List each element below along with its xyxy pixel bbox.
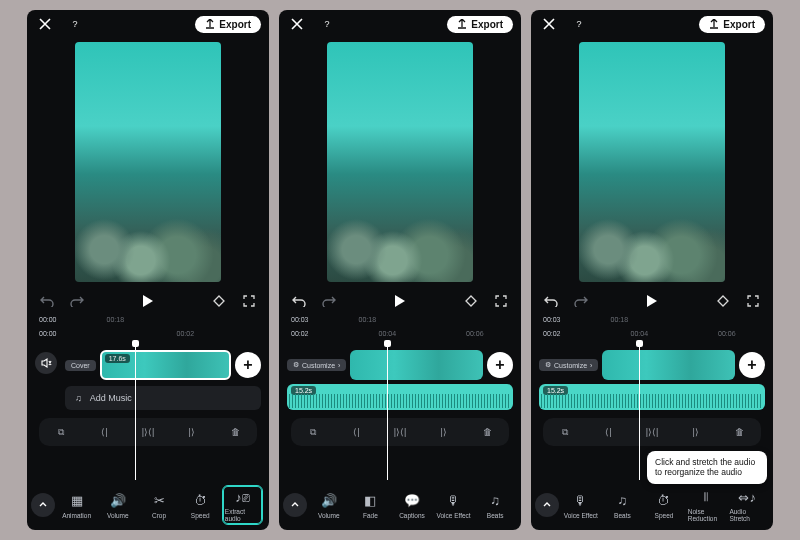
dock-crop[interactable]: ✂Crop	[139, 490, 178, 521]
dock-speed[interactable]: ⏱Speed	[181, 490, 220, 521]
export-button[interactable]: Export	[699, 16, 765, 33]
copy-icon[interactable]: ⧉	[303, 427, 323, 438]
edit-toolbar: ⧉ ⟨| |⟩⟨| |⟩ 🗑	[543, 418, 761, 446]
top-bar: ? Export	[531, 10, 773, 38]
crop-icon: ✂	[150, 492, 168, 510]
playhead[interactable]	[387, 344, 388, 480]
keyframe-icon[interactable]	[713, 291, 733, 311]
expand-dock-button[interactable]	[535, 493, 559, 517]
dock-volume[interactable]: 🔊Volume	[309, 490, 349, 521]
video-preview	[531, 38, 773, 286]
redo-icon[interactable]	[571, 291, 591, 311]
upload-icon	[709, 19, 719, 29]
undo-icon[interactable]	[541, 291, 561, 311]
video-track: ⚙ Customize › +	[287, 350, 521, 380]
split-left-icon[interactable]: ⟨|	[598, 427, 618, 437]
delete-icon[interactable]: 🗑	[477, 427, 497, 437]
add-clip-button[interactable]: +	[739, 352, 765, 378]
split-right-icon[interactable]: |⟩	[434, 427, 454, 437]
close-icon[interactable]	[35, 14, 55, 34]
bottom-dock: ▦Animation 🔊Volume ✂Crop ⏱Speed ♪⎚Extrac…	[27, 480, 269, 530]
play-button[interactable]	[395, 295, 405, 307]
video-thumbnail[interactable]	[327, 42, 473, 282]
split-icon[interactable]: |⟩⟨|	[138, 427, 158, 437]
undo-icon[interactable]	[37, 291, 57, 311]
top-bar: ? Export	[27, 10, 269, 38]
customize-chip[interactable]: ⚙ Customize ›	[539, 359, 598, 371]
fade-icon: ◧	[361, 492, 379, 510]
expand-dock-button[interactable]	[31, 493, 55, 517]
help-icon[interactable]: ?	[317, 14, 337, 34]
help-icon[interactable]: ?	[569, 14, 589, 34]
dock-captions[interactable]: 💬Captions	[392, 490, 432, 521]
playhead[interactable]	[639, 344, 640, 480]
redo-icon[interactable]	[319, 291, 339, 311]
split-left-icon[interactable]: ⟨|	[346, 427, 366, 437]
delete-icon[interactable]: 🗑	[729, 427, 749, 437]
expand-dock-button[interactable]	[283, 493, 307, 517]
video-clip[interactable]: 17.6s	[100, 350, 231, 380]
dock-fade[interactable]: ◧Fade	[351, 490, 391, 521]
keyframe-icon[interactable]	[209, 291, 229, 311]
copy-icon[interactable]: ⧉	[555, 427, 575, 438]
cover-chip[interactable]: Cover	[65, 360, 96, 371]
split-right-icon[interactable]: |⟩	[686, 427, 706, 437]
dock-extract-audio[interactable]: ♪⎚Extract audio	[222, 485, 263, 525]
undo-icon[interactable]	[289, 291, 309, 311]
top-bar: ? Export	[279, 10, 521, 38]
audio-stretch-tooltip: Click and stretch the audio to reorganiz…	[647, 451, 767, 484]
upload-icon	[457, 19, 467, 29]
music-note-icon: ♫	[75, 393, 82, 403]
dock-audio-stretch[interactable]: ⇔♪Audio Stretch	[727, 486, 767, 524]
export-button[interactable]: Export	[195, 16, 261, 33]
fullscreen-icon[interactable]	[491, 291, 511, 311]
fullscreen-icon[interactable]	[743, 291, 763, 311]
transport-bar	[531, 286, 773, 316]
animation-icon: ▦	[68, 492, 86, 510]
dock-noise-reduction[interactable]: ⫴Noise Reduction	[686, 486, 726, 524]
volume-icon: 🔊	[320, 492, 338, 510]
dock-voice-effect[interactable]: 🎙Voice Effect	[434, 490, 474, 521]
time-current: 00:00	[39, 316, 57, 330]
fullscreen-icon[interactable]	[239, 291, 259, 311]
split-left-icon[interactable]: ⟨|	[94, 427, 114, 437]
video-thumbnail[interactable]	[579, 42, 725, 282]
dock-animation[interactable]: ▦Animation	[57, 490, 96, 521]
export-button[interactable]: Export	[447, 16, 513, 33]
customize-chip[interactable]: ⚙ Customize ›	[287, 359, 346, 371]
keyframe-icon[interactable]	[461, 291, 481, 311]
play-button[interactable]	[647, 295, 657, 307]
add-music-button[interactable]: ♫ Add Music	[65, 386, 261, 410]
timeline[interactable]: ⚙ Customize › + 15.2s ⧉ ⟨| |⟩⟨| |⟩ 🗑	[279, 344, 521, 480]
redo-icon[interactable]	[67, 291, 87, 311]
split-icon[interactable]: |⟩⟨|	[390, 427, 410, 437]
play-button[interactable]	[143, 295, 153, 307]
video-clip[interactable]	[602, 350, 735, 380]
help-icon[interactable]: ?	[65, 14, 85, 34]
add-clip-button[interactable]: +	[487, 352, 513, 378]
delete-icon[interactable]: 🗑	[225, 427, 245, 437]
mute-button[interactable]	[35, 352, 57, 374]
dock-volume[interactable]: 🔊Volume	[98, 490, 137, 521]
audio-clip[interactable]: 15.2s	[539, 384, 765, 410]
dock-beats[interactable]: ♫Beats	[603, 490, 643, 521]
dock-beats[interactable]: ♫Beats	[475, 490, 515, 521]
timeline[interactable]: Cover 17.6s + ♫ Add Music ⧉ ⟨| |⟩⟨| |⟩ 🗑	[27, 344, 269, 480]
video-track: ⚙ Customize › +	[539, 350, 773, 380]
voice-effect-icon: 🎙	[445, 492, 463, 510]
dock-voice-effect[interactable]: 🎙Voice Effect	[561, 490, 601, 521]
audio-clip[interactable]: 15.2s	[287, 384, 513, 410]
copy-icon[interactable]: ⧉	[51, 427, 71, 438]
video-clip[interactable]	[350, 350, 483, 380]
split-icon[interactable]: |⟩⟨|	[642, 427, 662, 437]
editor-panel-1: ? Export 00:00 00:18 00:00 00:02 Cover 1…	[27, 10, 269, 530]
clip-duration: 17.6s	[105, 354, 130, 363]
add-clip-button[interactable]: +	[235, 352, 261, 378]
close-icon[interactable]	[287, 14, 307, 34]
dock-speed[interactable]: ⏱Speed	[644, 490, 684, 521]
video-thumbnail[interactable]	[75, 42, 221, 282]
playhead[interactable]	[135, 344, 136, 480]
split-right-icon[interactable]: |⟩	[182, 427, 202, 437]
beats-icon: ♫	[613, 492, 631, 510]
close-icon[interactable]	[539, 14, 559, 34]
